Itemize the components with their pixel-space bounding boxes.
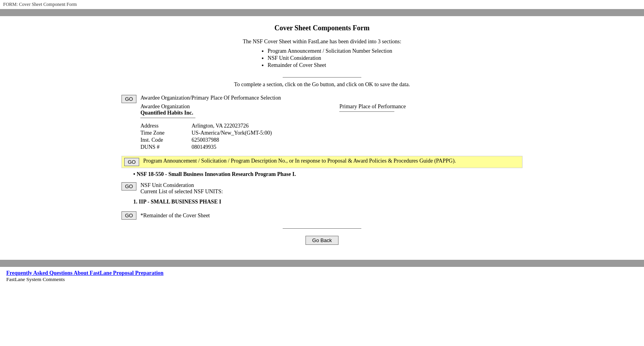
- org-divider-right: [339, 111, 394, 112]
- nsf-unit-item: 1. IIP - SMALL BUSINESS PHASE I: [133, 199, 221, 205]
- address-value: Arlington, VA 222023726: [191, 123, 523, 129]
- org-divider-left: [140, 118, 195, 118]
- duns-value: 080149935: [191, 144, 523, 150]
- announcement-item: NSF 18-550 - Small Business Innovation R…: [136, 171, 296, 177]
- primary-place-header: Primary Place of Performance: [339, 104, 523, 110]
- page-title: Cover Sheet Components Form: [121, 24, 523, 32]
- go-back-button[interactable]: Go Back: [305, 236, 339, 245]
- footer-system-comments: FastLane System Comments: [6, 276, 638, 283]
- timezone-value: US-America/New_York(GMT-5:00): [191, 130, 523, 136]
- duns-label: DUNS #: [140, 144, 191, 150]
- bullet-1: Program Announcement / Solicitation Numb…: [268, 48, 392, 54]
- inst-code-value: 6250037988: [191, 137, 523, 143]
- program-section-label: Program Announcement / Solicitation / Pr…: [143, 158, 520, 164]
- remainder-label: *Remainder of the Cover Sheet: [140, 213, 210, 219]
- address-label: Address: [140, 123, 191, 129]
- divider-2: [283, 228, 361, 229]
- go-button-remainder[interactable]: GO: [121, 211, 136, 220]
- inst-code-label: Inst. Code: [140, 137, 191, 143]
- bottom-gray-bar: [0, 260, 644, 267]
- divider-1: [283, 77, 361, 78]
- bullet-3: Remainder of Cover Sheet: [268, 62, 392, 68]
- faq-link[interactable]: Frequently Asked Questions About FastLan…: [6, 270, 164, 276]
- nsf-unit-label: NSF Unit Consideration: [140, 182, 523, 189]
- bullet-2: NSF Unit Consideration: [268, 55, 392, 61]
- instruction-text: To complete a section, click on the Go b…: [121, 81, 523, 88]
- awardee-org-name: Quantified Habits Inc.: [140, 110, 324, 116]
- awardee-section-label: Awardee Organization/Primary Place Of Pe…: [140, 95, 523, 101]
- nsf-unit-sublabel: Current List of selected NSF UNITS:: [140, 189, 523, 195]
- awardee-org-header: Awardee Organization: [140, 104, 324, 110]
- go-button-program[interactable]: GO: [124, 158, 139, 166]
- go-button-nsf-unit[interactable]: GO: [121, 182, 136, 191]
- go-button-awardee[interactable]: GO: [121, 95, 136, 103]
- intro-bullets: Program Announcement / Solicitation Numb…: [268, 48, 392, 69]
- timezone-label: Time Zone: [140, 130, 191, 136]
- intro-text: The NSF Cover Sheet within FastLane has …: [121, 39, 523, 45]
- top-gray-bar: [0, 9, 644, 16]
- window-title-label: FORM: Cover Sheet Component Form: [0, 0, 644, 9]
